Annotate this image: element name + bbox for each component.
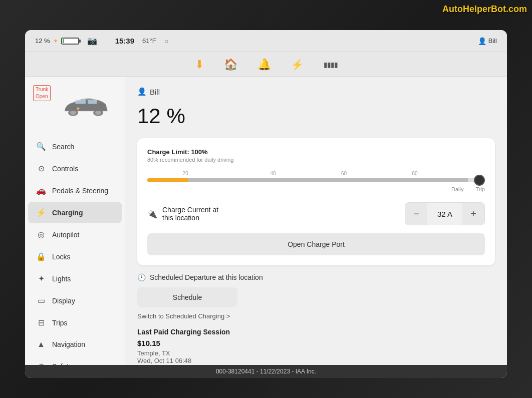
status-time: 15:39 xyxy=(115,37,134,45)
person-icon: 👤 xyxy=(478,37,486,45)
svg-rect-4 xyxy=(75,100,86,104)
last-session-title: Last Paid Charging Session xyxy=(137,328,495,336)
download-icon: ⬇ xyxy=(195,58,204,71)
status-user: 👤 Bill xyxy=(478,37,497,45)
bottom-bar-text: 000-38120441 - 11/22/2023 - IAA Inc. xyxy=(216,368,316,375)
last-session-location: Temple, TX Wed, Oct 11 06:48 xyxy=(137,349,495,364)
status-bar: 12 % ✦ 📷 15:39 61°F ○ 👤 Bill xyxy=(25,30,507,52)
slider-thumb[interactable] xyxy=(474,175,485,186)
svg-point-6 xyxy=(77,107,80,110)
clock-icon: 🕐 xyxy=(137,273,146,281)
svg-rect-5 xyxy=(88,100,97,104)
trunk-badge: TrunkOpen xyxy=(33,85,51,101)
controls-icon: ⊙ xyxy=(36,164,46,173)
charge-current-label: 🔌 Charge Current at this location xyxy=(147,206,218,222)
nav-items: 🔍 Search ⊙ Controls 🚗 Pedals & Steering … xyxy=(25,133,125,365)
charge-current-row: 🔌 Charge Current at this location − 32 A… xyxy=(147,202,485,225)
user-name: Bill xyxy=(488,37,497,45)
bell-icon-bar[interactable]: 🔔 xyxy=(257,58,271,71)
charge-current-text: Charge Current at this location xyxy=(162,206,218,222)
slider-fill-gray xyxy=(188,178,468,182)
safety-icon: ⊕ xyxy=(36,361,46,365)
open-charge-port-button[interactable]: Open Charge Port xyxy=(147,233,485,255)
charge-current-value: 32 A xyxy=(427,210,462,218)
car-svg-icon xyxy=(61,93,111,118)
charge-limit-sub: 80% recommended for daily driving xyxy=(147,157,485,163)
panel-user: 👤 Bill xyxy=(137,87,160,96)
trips-icon: ⊟ xyxy=(36,318,46,327)
sidebar-label-pedals: Pedals & Steering xyxy=(52,187,108,195)
slider-ticks: 20 40 60 80 xyxy=(147,171,485,176)
sidebar-item-trips[interactable]: ⊟ Trips xyxy=(28,312,122,333)
switch-charging-link[interactable]: Switch to Scheduled Charging > xyxy=(137,312,495,320)
download-icon-bar[interactable]: ⬇ xyxy=(195,58,204,71)
panel-user-label: Bill xyxy=(150,88,160,96)
sidebar-label-lights: Lights xyxy=(52,275,71,283)
camera-icon: 📷 xyxy=(87,36,97,46)
schedule-button[interactable]: Schedule xyxy=(137,287,237,307)
sidebar-item-safety[interactable]: ⊕ Safety xyxy=(28,355,122,365)
sidebar-item-navigation[interactable]: ▲ Navigation xyxy=(28,334,122,355)
sidebar-item-lights[interactable]: ✦ Lights xyxy=(28,268,122,289)
charging-icon: ⚡ xyxy=(36,208,46,217)
bluetooth-icon-bar[interactable]: ⚡ xyxy=(291,59,304,71)
charge-slider-container: 20 40 60 80 Daily Trip xyxy=(147,171,485,192)
sidebar-item-search[interactable]: 🔍 Search xyxy=(28,136,122,157)
locks-icon: 🔒 xyxy=(36,252,46,261)
sidebar-label-display: Display xyxy=(52,297,75,305)
sidebar-item-charging[interactable]: ⚡ Charging xyxy=(28,202,122,223)
charge-slider-track[interactable] xyxy=(147,178,485,182)
pedals-icon: 🚗 xyxy=(36,186,46,195)
plug-icon: 🔌 xyxy=(147,209,157,219)
sidebar-label-search: Search xyxy=(52,143,74,151)
main-content: TrunkOpen xyxy=(25,77,507,365)
charge-stepper: − 32 A + xyxy=(405,202,485,225)
charge-card: Charge Limit: 100% 80% recommended for d… xyxy=(137,138,495,265)
battery-percent-label: 12 % xyxy=(35,37,50,45)
decrease-button[interactable]: − xyxy=(405,203,427,225)
increase-button[interactable]: + xyxy=(462,203,484,225)
sidebar-label-navigation: Navigation xyxy=(52,340,85,348)
sidebar: TrunkOpen xyxy=(25,77,125,365)
sidebar-item-locks[interactable]: 🔒 Locks xyxy=(28,246,122,267)
session-date: Wed, Oct 11 06:48 xyxy=(137,357,191,364)
battery-info: 12 % ✦ xyxy=(35,37,79,45)
right-panel: 👤 Bill 12 % Charge Limit: 100% 80% recom… xyxy=(125,77,507,365)
sidebar-item-pedals[interactable]: 🚗 Pedals & Steering xyxy=(28,180,122,201)
bell-icon: 🔔 xyxy=(257,58,271,71)
panel-person-icon: 👤 xyxy=(137,87,147,96)
bottom-bar: 000-38120441 - 11/22/2023 - IAA Inc. xyxy=(25,365,507,378)
tesla-screen: 12 % ✦ 📷 15:39 61°F ○ 👤 Bill ⬇ 🏠 🔔 ⚡ xyxy=(25,30,507,378)
sidebar-label-charging: Charging xyxy=(52,209,83,217)
watermark: AutoHelperBot.com xyxy=(442,4,527,15)
sidebar-item-controls[interactable]: ⊙ Controls xyxy=(28,158,122,179)
sidebar-item-display[interactable]: ▭ Display xyxy=(28,290,122,311)
display-icon: ▭ xyxy=(36,296,46,305)
home-icon: 🏠 xyxy=(224,58,237,71)
sidebar-label-controls: Controls xyxy=(52,165,78,173)
status-right: 👤 Bill xyxy=(478,37,497,45)
daily-label: Daily xyxy=(451,186,463,192)
sidebar-label-trips: Trips xyxy=(52,319,68,327)
scheduled-departure-label: Scheduled Departure at this location xyxy=(150,273,263,281)
slider-labels: Daily Trip xyxy=(147,186,485,192)
scheduled-departure-section: 🕐 Scheduled Departure at this location S… xyxy=(137,273,495,320)
sidebar-label-locks: Locks xyxy=(52,253,71,261)
signal-icon-bar[interactable]: ▮▮▮▮ xyxy=(324,61,338,69)
sidebar-item-autopilot[interactable]: ◎ Autopilot xyxy=(28,224,122,245)
home-icon-bar[interactable]: 🏠 xyxy=(224,58,237,71)
trip-label: Trip xyxy=(475,186,485,192)
car-section: TrunkOpen xyxy=(25,77,125,133)
battery-bar-icon xyxy=(61,38,79,45)
bluetooth-icon: ⚡ xyxy=(291,59,304,71)
navigation-icon: ▲ xyxy=(36,340,46,349)
last-session: Last Paid Charging Session $10.15 Temple… xyxy=(137,328,495,364)
slider-fill-yellow xyxy=(147,178,188,182)
icon-bar: ⬇ 🏠 🔔 ⚡ ▮▮▮▮ xyxy=(25,52,507,77)
trunk-label: TrunkOpen xyxy=(33,85,51,101)
sidebar-label-autopilot: Autopilot xyxy=(52,231,79,239)
search-icon: 🔍 xyxy=(36,142,46,151)
signal-icon: ▮▮▮▮ xyxy=(324,61,338,69)
lights-icon: ✦ xyxy=(36,274,46,283)
plus-icon: ✦ xyxy=(53,38,58,45)
